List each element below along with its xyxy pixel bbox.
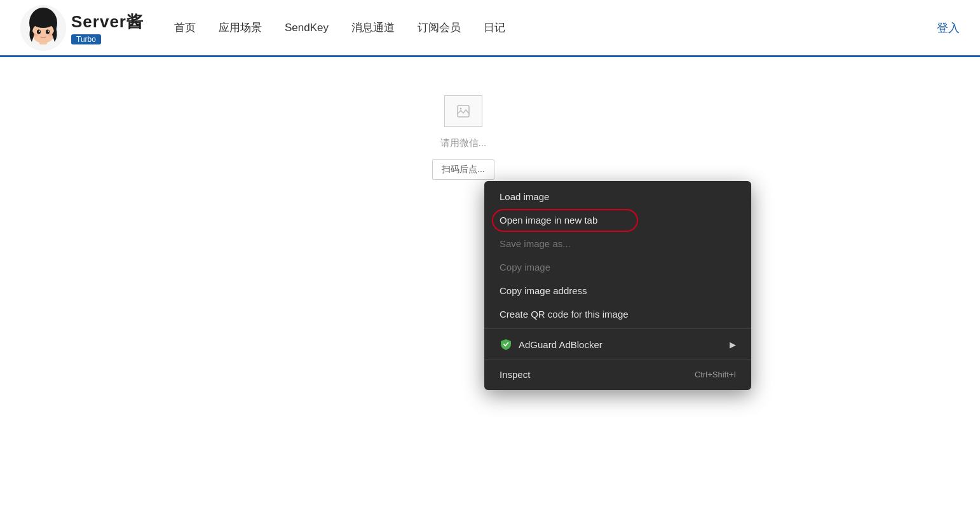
nav-links: 首页 应用场景 SendKey 消息通道 订阅会员 日记 xyxy=(174,20,505,35)
qr-image xyxy=(444,95,482,127)
svg-point-12 xyxy=(459,108,461,110)
create-qr-code-label: Create QR code for this image xyxy=(500,309,629,320)
svg-point-6 xyxy=(46,29,50,34)
context-menu-separator-2 xyxy=(484,360,751,360)
svg-point-4 xyxy=(31,10,56,28)
copy-image-label: Copy image xyxy=(500,262,550,273)
svg-point-7 xyxy=(39,30,40,32)
logo-text-area: Server酱 Turbo xyxy=(71,11,144,44)
nav-item-scenarios[interactable]: 应用场景 xyxy=(219,20,262,35)
svg-point-5 xyxy=(37,29,41,34)
inspect-label: Inspect xyxy=(500,369,530,380)
inspect-shortcut: Ctrl+Shift+I xyxy=(695,370,736,379)
context-menu-item-copy-image: Copy image xyxy=(484,255,751,279)
context-menu-item-load-image[interactable]: Load image xyxy=(484,185,751,208)
submenu-arrow-icon: ▶ xyxy=(730,340,736,349)
context-menu-item-copy-image-address[interactable]: Copy image address xyxy=(484,279,751,302)
qr-area: 请用微信... 扫码后点... xyxy=(432,95,494,180)
context-menu-item-adguard[interactable]: AdGuard AdBlocker ▶ xyxy=(484,332,751,357)
copy-image-address-label: Copy image address xyxy=(500,285,587,296)
nav-item-subscribe[interactable]: 订阅会员 xyxy=(418,20,461,35)
svg-point-8 xyxy=(48,30,49,32)
context-menu-item-inspect[interactable]: Inspect Ctrl+Shift+I xyxy=(484,363,751,386)
nav-item-diary[interactable]: 日记 xyxy=(484,20,505,35)
context-menu: Load image Open image in new tab Save im… xyxy=(484,181,751,390)
qr-scan-button[interactable]: 扫码后点... xyxy=(432,159,494,180)
open-image-new-tab-label: Open image in new tab xyxy=(500,215,597,226)
context-menu-item-create-qr-code[interactable]: Create QR code for this image xyxy=(484,302,751,326)
nav-item-home[interactable]: 首页 xyxy=(174,20,196,35)
logo-badge: Turbo xyxy=(71,34,101,44)
load-image-label: Load image xyxy=(500,191,549,202)
nav-item-channels[interactable]: 消息通道 xyxy=(351,20,395,35)
adguard-label: AdGuard AdBlocker xyxy=(519,339,602,350)
logo-area: Server酱 Turbo xyxy=(20,5,144,51)
qr-hint-text: 请用微信... xyxy=(440,137,487,149)
nav-item-sendkey[interactable]: SendKey xyxy=(285,22,329,34)
login-button[interactable]: 登入 xyxy=(937,20,960,36)
logo-avatar xyxy=(20,5,66,51)
context-menu-item-open-image-new-tab[interactable]: Open image in new tab xyxy=(484,208,751,232)
adguard-icon xyxy=(500,338,512,351)
header: Server酱 Turbo 首页 应用场景 SendKey 消息通道 订阅会员 … xyxy=(0,0,980,57)
main-content: 请用微信... 扫码后点... Load image Open image in… xyxy=(0,57,980,502)
context-menu-item-save-image-as: Save image as... xyxy=(484,232,751,255)
context-menu-separator-1 xyxy=(484,328,751,329)
logo-title: Server酱 xyxy=(71,11,144,33)
save-image-as-label: Save image as... xyxy=(500,238,571,249)
